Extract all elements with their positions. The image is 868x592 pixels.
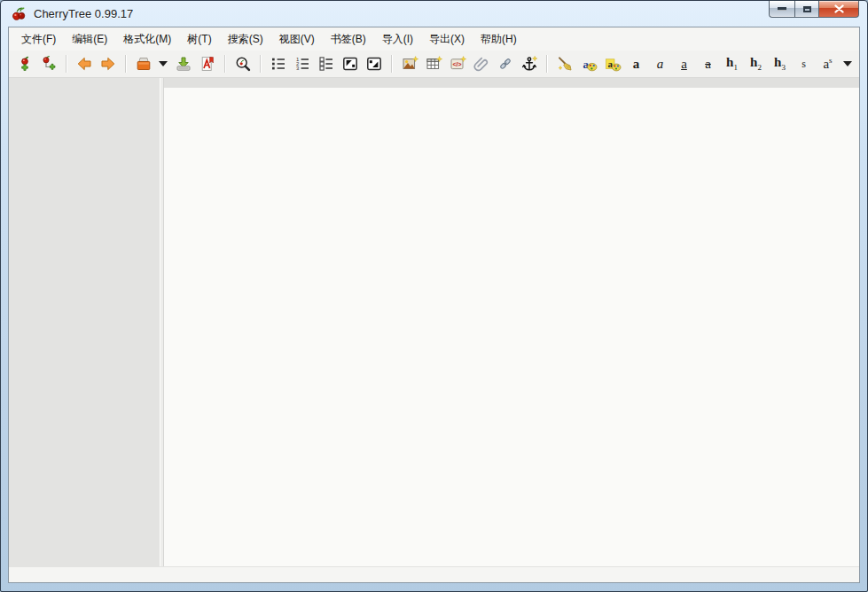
clear-formatting-broom-icon	[556, 55, 574, 73]
codebox-icon: </>	[449, 55, 466, 73]
menu-file[interactable]: 文件(F)	[13, 27, 64, 51]
image-icon	[401, 55, 418, 73]
superscript-icon: as	[823, 57, 832, 71]
main-area	[164, 78, 859, 566]
menu-help[interactable]: 帮助(H)	[473, 27, 525, 51]
node-tree-panel[interactable]	[9, 78, 160, 566]
go-back-button[interactable]	[73, 52, 95, 75]
close-icon	[834, 4, 844, 13]
h2-button[interactable]: h2	[745, 52, 767, 75]
link-chain-icon	[497, 55, 514, 73]
find-button[interactable]	[231, 52, 254, 75]
bold-a-icon: a	[633, 58, 640, 71]
save-as-icon	[175, 55, 192, 73]
forward-arrow-icon	[99, 55, 117, 73]
foreground-color-button[interactable]: a	[577, 52, 599, 75]
go-forward-button[interactable]	[97, 52, 119, 75]
superscript-button[interactable]: as	[817, 52, 839, 75]
insert-table-button[interactable]	[422, 52, 444, 75]
foreground-color-icon: a	[580, 55, 598, 73]
underline-button[interactable]: a	[673, 52, 695, 75]
strikethrough-button[interactable]: a	[697, 52, 719, 75]
toggle-panel-right-icon	[365, 55, 383, 73]
window-body: 文件(F) 编辑(E) 格式化(M) 树(T) 搜索(S) 视图(V) 书签(B…	[8, 27, 860, 583]
dropdown-caret-icon	[159, 61, 168, 66]
anchor-icon	[520, 55, 538, 73]
pdf-icon	[199, 55, 216, 73]
add-node-button[interactable]	[13, 52, 35, 75]
bold-button[interactable]: a	[625, 52, 647, 75]
overflow-caret-icon	[843, 61, 852, 66]
strikethrough-a-icon: a	[705, 58, 711, 71]
menu-import[interactable]: 导入(I)	[374, 27, 421, 51]
toolbar-separator	[224, 55, 225, 73]
toolbar-separator	[125, 55, 126, 73]
todo-list-icon	[317, 55, 335, 73]
menu-bookmarks[interactable]: 书签(B)	[323, 27, 374, 51]
window-title: CherryTree 0.99.17	[34, 7, 133, 20]
underline-a-icon: a	[681, 58, 687, 71]
bulleted-list-icon	[270, 55, 287, 73]
numbered-list-icon: 1 2 3	[293, 55, 311, 73]
paperclip-icon	[473, 55, 490, 73]
save-as-button[interactable]	[172, 52, 194, 75]
application-window: CherryTree 0.99.17 文件(F) 编辑(E) 格式化(M) 树(…	[0, 0, 868, 592]
h2-icon: h2	[750, 56, 762, 72]
menu-format[interactable]: 格式化(M)	[115, 27, 179, 51]
toolbar-separator	[66, 55, 66, 73]
window-controls	[769, 1, 859, 18]
insert-anchor-button[interactable]	[518, 52, 540, 75]
small-text-button[interactable]: s	[793, 52, 815, 75]
toolbar-separator	[391, 55, 392, 73]
menu-search[interactable]: 搜索(S)	[220, 27, 271, 51]
background-color-button[interactable]: a	[601, 52, 623, 75]
toggle-panel-left-icon	[341, 55, 359, 73]
maximize-icon	[803, 6, 811, 12]
table-icon	[425, 55, 442, 73]
insert-link-button[interactable]	[494, 52, 516, 75]
menu-edit[interactable]: 编辑(E)	[64, 27, 115, 51]
h1-icon: h1	[726, 56, 738, 72]
toolbar-overflow-button[interactable]	[841, 52, 855, 75]
search-magnifier-icon	[234, 55, 252, 73]
clear-formatting-button[interactable]	[553, 52, 575, 75]
insert-codebox-button[interactable]: </>	[446, 52, 468, 75]
insert-image-button[interactable]	[398, 52, 420, 75]
italic-button[interactable]: a	[649, 52, 671, 75]
title-bar[interactable]: CherryTree 0.99.17	[1, 1, 867, 27]
menu-view[interactable]: 视图(V)	[271, 27, 323, 51]
text-editor[interactable]	[164, 88, 859, 566]
close-button[interactable]	[819, 1, 859, 18]
cherries-icon[interactable]	[11, 6, 27, 22]
svg-text:</>: </>	[452, 61, 461, 67]
italic-a-icon: a	[657, 58, 664, 71]
back-arrow-icon	[75, 55, 93, 73]
maximize-button[interactable]	[794, 1, 819, 18]
h3-icon: h3	[774, 56, 786, 72]
toolbar-separator	[260, 55, 261, 73]
toggle-panel-right-button[interactable]	[363, 52, 385, 75]
menu-tree[interactable]: 树(T)	[179, 27, 219, 51]
background-color-icon: a	[604, 55, 622, 73]
toggle-panel-left-button[interactable]	[339, 52, 361, 75]
small-s-icon: s	[802, 58, 806, 69]
status-bar	[9, 566, 859, 582]
toolbar-separator	[546, 55, 547, 73]
save-options-dropdown-button[interactable]	[156, 52, 170, 75]
add-subnode-button[interactable]	[37, 52, 59, 75]
add-node-cherry-icon	[16, 55, 34, 73]
attach-file-button[interactable]	[470, 52, 492, 75]
numbered-list-button[interactable]: 1 2 3	[291, 52, 313, 75]
save-button[interactable]	[132, 52, 154, 75]
bulleted-list-button[interactable]	[267, 52, 289, 75]
h3-button[interactable]: h3	[769, 52, 791, 75]
export-pdf-button[interactable]	[196, 52, 218, 75]
h1-button[interactable]: h1	[721, 52, 743, 75]
content-area	[9, 78, 859, 566]
save-icon	[135, 55, 152, 73]
todo-list-button[interactable]	[315, 52, 337, 75]
menu-export[interactable]: 导出(X)	[421, 27, 473, 51]
minimize-button[interactable]	[769, 1, 794, 18]
toolbar: 1 2 3	[9, 51, 859, 78]
editor-top-strip	[164, 78, 859, 88]
